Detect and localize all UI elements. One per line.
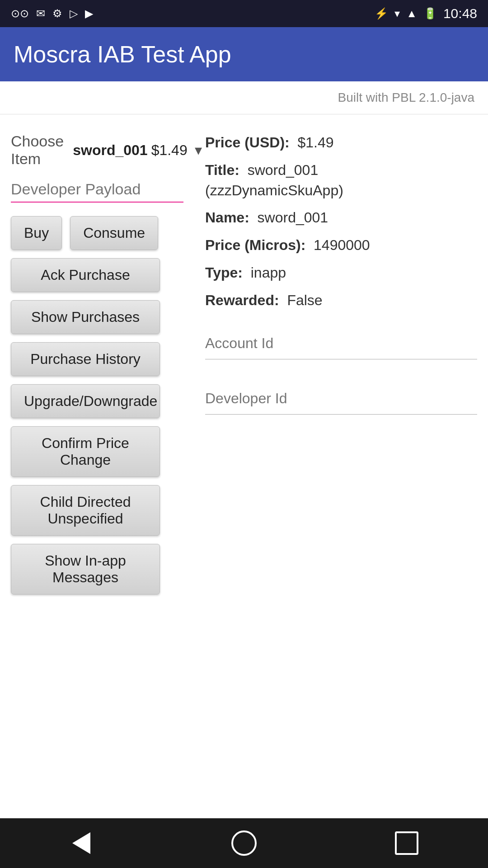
app-bar: Moscra IAB Test App — [0, 27, 488, 81]
confirm-price-change-button[interactable]: Confirm Price Change — [11, 426, 160, 477]
ack-purchase-row: Ack Purchase — [11, 258, 183, 292]
wifi-icon: ▾ — [394, 7, 400, 20]
left-panel: Choose Item sword_001 $1.49 ▾ Buy Consum… — [0, 123, 194, 809]
choose-item-row: Choose Item sword_001 $1.49 ▾ — [11, 132, 183, 168]
upgrade-downgrade-row: Upgrade/Downgrade — [11, 384, 183, 418]
choose-item-selector[interactable]: sword_001 $1.49 ▾ — [73, 142, 202, 159]
rewarded-value: False — [287, 292, 322, 308]
type-row: Type: inapp — [205, 263, 477, 283]
bluetooth-icon: ⚡ — [375, 7, 388, 20]
nav-bar — [0, 818, 488, 868]
purchase-history-button[interactable]: Purchase History — [11, 342, 160, 376]
name-value: sword_001 — [258, 209, 328, 226]
play-store-icon: ▶ — [85, 7, 93, 20]
developer-payload-input[interactable] — [11, 177, 183, 202]
type-label: Type: — [205, 264, 243, 281]
name-label: Name: — [205, 209, 249, 226]
selected-item-price: $1.49 — [151, 142, 188, 159]
developer-id-container — [205, 387, 477, 415]
title-row: Title: sword_001(zzzDynamicSkuApp) — [205, 160, 477, 201]
right-panel: Price (USD): $1.49 Title: sword_001(zzzD… — [194, 123, 488, 809]
price-micros-text: Price (Micros): 1490000 — [205, 237, 370, 253]
recents-button[interactable] — [389, 825, 425, 861]
price-micros-row: Price (Micros): 1490000 — [205, 235, 477, 255]
rewarded-text: Rewarded: False — [205, 292, 323, 308]
upgrade-downgrade-button[interactable]: Upgrade/Downgrade — [11, 384, 160, 418]
show-inapp-messages-button[interactable]: Show In-app Messages — [11, 544, 160, 594]
consume-button[interactable]: Consume — [70, 216, 158, 250]
status-bar-right: ⚡ ▾ ▲ 🔋 10:48 — [375, 6, 477, 21]
buy-consume-row: Buy Consume — [11, 216, 183, 250]
status-bar: ⊙⊙ ✉ ⚙ ▷ ▶ ⚡ ▾ ▲ 🔋 10:48 — [0, 0, 488, 27]
battery-icon: 🔋 — [423, 7, 437, 20]
signal-icon: ▲ — [406, 7, 417, 20]
play-games-icon: ▷ — [70, 7, 78, 20]
show-inapp-messages-row: Show In-app Messages — [11, 544, 183, 594]
account-id-container — [205, 331, 477, 359]
title-text: Title: sword_001(zzzDynamicSkuApp) — [205, 162, 343, 198]
home-button[interactable] — [226, 825, 262, 861]
price-usd-row: Price (USD): $1.49 — [205, 132, 477, 153]
buy-button[interactable]: Buy — [11, 216, 62, 250]
app-title: Moscra IAB Test App — [14, 41, 231, 68]
voicemail-icon: ⊙⊙ — [11, 7, 29, 20]
child-directed-row: Child Directed Unspecified — [11, 485, 183, 536]
back-button[interactable] — [63, 825, 99, 861]
confirm-price-change-row: Confirm Price Change — [11, 426, 183, 477]
developer-payload-container — [11, 177, 183, 203]
price-micros-label: Price (Micros): — [205, 237, 305, 253]
developer-id-input[interactable] — [205, 387, 477, 410]
title-label: Title: — [205, 162, 239, 178]
child-directed-button[interactable]: Child Directed Unspecified — [11, 485, 160, 536]
price-usd-label: Price (USD): — [205, 134, 290, 151]
name-row: Name: sword_001 — [205, 208, 477, 228]
sub-header: Built with PBL 2.1.0-java — [0, 81, 488, 114]
show-purchases-button[interactable]: Show Purchases — [11, 300, 160, 334]
email-icon: ✉ — [36, 7, 45, 20]
price-usd-value: $1.49 — [297, 134, 333, 151]
name-text: Name: sword_001 — [205, 209, 328, 226]
rewarded-label: Rewarded: — [205, 292, 279, 308]
price-usd-text: Price (USD): $1.49 — [205, 134, 334, 151]
status-bar-left: ⊙⊙ ✉ ⚙ ▷ ▶ — [11, 7, 93, 20]
status-time: 10:48 — [443, 6, 477, 21]
price-micros-value: 1490000 — [314, 237, 370, 253]
main-content: Choose Item sword_001 $1.49 ▾ Buy Consum… — [0, 114, 488, 818]
rewarded-row: Rewarded: False — [205, 290, 477, 311]
settings-icon: ⚙ — [52, 7, 62, 20]
account-id-input[interactable] — [205, 331, 477, 355]
type-value: inapp — [251, 264, 286, 281]
built-with-text: Built with PBL 2.1.0-java — [338, 90, 474, 104]
type-text: Type: inapp — [205, 264, 286, 281]
ack-purchase-button[interactable]: Ack Purchase — [11, 258, 160, 292]
purchase-history-row: Purchase History — [11, 342, 183, 376]
selected-item-name: sword_001 — [73, 142, 147, 159]
choose-item-label: Choose Item — [11, 132, 64, 168]
show-purchases-row: Show Purchases — [11, 300, 183, 334]
